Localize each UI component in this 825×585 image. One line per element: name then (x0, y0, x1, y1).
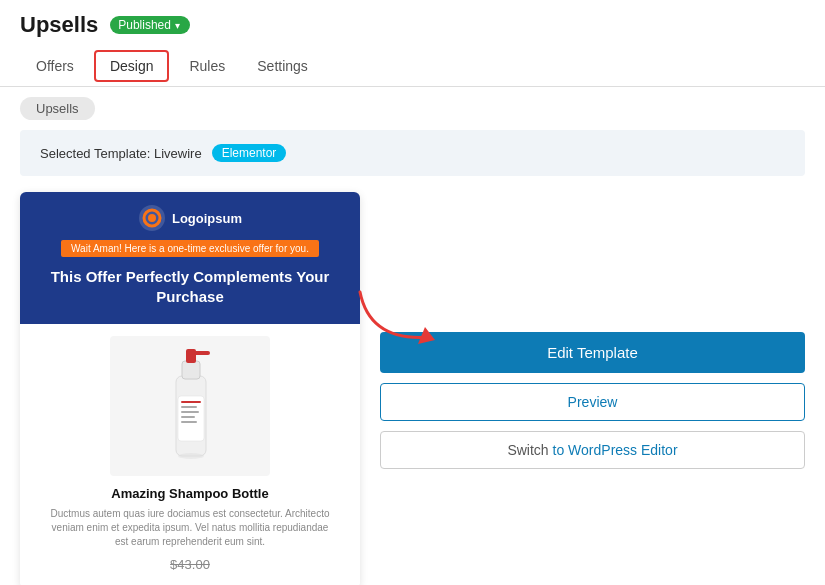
main-layout: Logoipsum Wait Aman! Here is a one-time … (0, 176, 825, 585)
svg-rect-10 (181, 411, 199, 413)
svg-point-13 (178, 453, 204, 459)
breadcrumb-row: Upsells (0, 87, 825, 130)
elementor-badge: Elementor (212, 144, 287, 162)
right-panel: Edit Template Preview Switch to WordPres… (380, 192, 805, 469)
tab-offers[interactable]: Offers (20, 50, 90, 82)
svg-rect-9 (181, 406, 197, 408)
card-headline: This Offer Perfectly Complements Your Pu… (36, 267, 344, 316)
card-header: Logoipsum Wait Aman! Here is a one-time … (20, 192, 360, 324)
published-badge[interactable]: Published ▾ (110, 16, 190, 34)
logo-text: Logoipsum (172, 211, 242, 226)
template-preview-card: Logoipsum Wait Aman! Here is a one-time … (20, 192, 360, 585)
product-name: Amazing Shampoo Bottle (111, 486, 268, 501)
logo-area: Logoipsum (138, 204, 242, 232)
product-price: $43.00 (170, 557, 210, 572)
logo-icon (138, 204, 166, 232)
arrow-indicator (350, 282, 440, 355)
svg-rect-4 (182, 361, 200, 379)
product-section: Amazing Shampoo Bottle Ductmus autem qua… (20, 324, 360, 585)
selected-template-label: Selected Template: Livewire (40, 146, 202, 161)
svg-rect-5 (186, 349, 196, 363)
product-image-box (110, 336, 270, 476)
svg-marker-14 (418, 327, 435, 344)
tab-rules[interactable]: Rules (173, 50, 241, 82)
edit-template-button[interactable]: Edit Template (380, 332, 805, 373)
svg-point-2 (148, 214, 156, 222)
product-image (158, 341, 223, 471)
breadcrumb: Upsells (20, 97, 95, 120)
offer-banner: Wait Aman! Here is a one-time exclusive … (61, 240, 319, 257)
page-title: Upsells (20, 12, 98, 38)
chevron-down-icon: ▾ (175, 20, 180, 31)
svg-rect-12 (181, 421, 197, 423)
svg-rect-11 (181, 416, 195, 418)
published-label: Published (118, 18, 171, 32)
selected-template-banner: Selected Template: Livewire Elementor (20, 130, 805, 176)
tabs-bar: Offers Design Rules Settings (0, 46, 825, 87)
preview-button[interactable]: Preview (380, 383, 805, 421)
tab-settings[interactable]: Settings (241, 50, 324, 82)
page-header: Upsells Published ▾ (0, 0, 825, 46)
svg-rect-8 (181, 401, 201, 403)
svg-rect-6 (194, 351, 210, 355)
tab-design[interactable]: Design (94, 50, 170, 82)
switch-editor-label: Switch to WordPress Editor (507, 442, 677, 458)
product-description: Ductmus autem quas iure dociamus est con… (40, 507, 340, 549)
switch-editor-button[interactable]: Switch to WordPress Editor (380, 431, 805, 469)
